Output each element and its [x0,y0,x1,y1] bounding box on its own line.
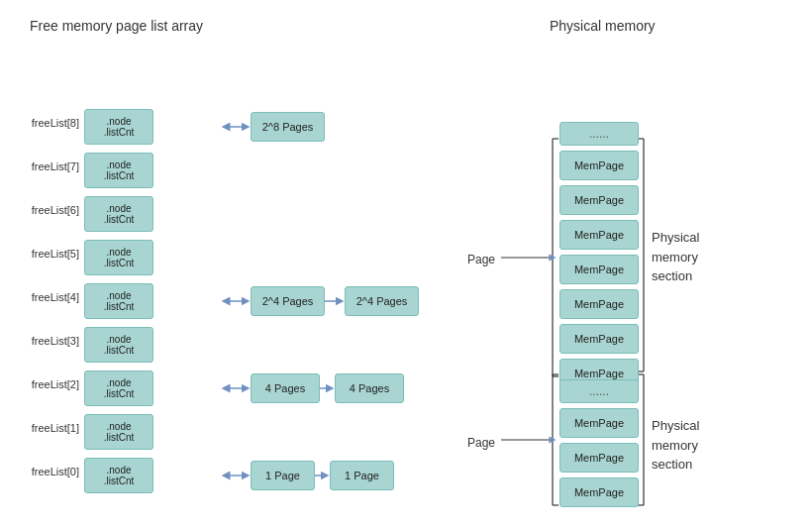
page-label-2: Page [467,436,495,450]
page-box-2-2: 4 Pages [335,373,404,403]
phys-dots-1: ...... [559,122,639,146]
phys-mempage-2-3: MemPage [559,477,639,507]
page-box-0-1: 1 Page [251,461,315,490]
page-box-8-1: 2^8 Pages [251,112,325,142]
freelist-box-3: .node.listCnt [84,327,153,363]
title-right: Physical memory [550,18,656,34]
page-label-1: Page [467,253,495,266]
freelist-box-6: .node.listCnt [84,196,153,232]
phys-mempage-1-5: MemPage [559,289,639,319]
phys-mempage-1-6: MemPage [559,324,639,354]
page-box-4-2: 2^4 Pages [345,286,419,316]
freelist-box-8: .node.listCnt [84,109,153,145]
freelist-box-7: .node.listCnt [84,153,153,188]
freelist-label-5: freeList[5] [10,248,79,260]
page-box-2-1: 4 Pages [251,373,320,403]
freelist-label-8: freeList[8] [10,117,79,129]
freelist-label-2: freeList[2] [10,378,79,390]
phys-mempage-1-3: MemPage [559,220,639,250]
freelist-label-6: freeList[6] [10,204,79,216]
freelist-label-0: freeList[0] [10,466,79,477]
freelist-label-1: freeList[1] [10,422,79,434]
freelist-box-1: .node.listCnt [84,414,153,450]
section-label-2: Physicalmemorysection [652,416,699,475]
freelist-box-4: .node.listCnt [84,283,153,319]
freelist-box-0: .node.listCnt [84,458,153,493]
section-label-1: Physicalmemorysection [652,228,699,286]
page-box-0-2: 1 Page [330,461,394,490]
freelist-box-2: .node.listCnt [84,370,153,406]
phys-mempage-1-4: MemPage [559,255,639,284]
freelist-box-5: .node.listCnt [84,240,153,275]
phys-mempage-2-2: MemPage [559,443,639,473]
phys-mempage-2-1: MemPage [559,408,639,438]
freelist-label-4: freeList[4] [10,291,79,303]
title-left: Free memory page list array [30,18,203,34]
phys-mempage-1-1: MemPage [559,151,639,180]
phys-dots-2: ...... [559,379,639,403]
phys-mempage-1-2: MemPage [559,185,639,215]
page-box-4-1: 2^4 Pages [251,286,325,316]
diagram-container: Free memory page list array Physical mem… [0,0,812,529]
freelist-label-3: freeList[3] [10,335,79,347]
freelist-label-7: freeList[7] [10,160,79,172]
